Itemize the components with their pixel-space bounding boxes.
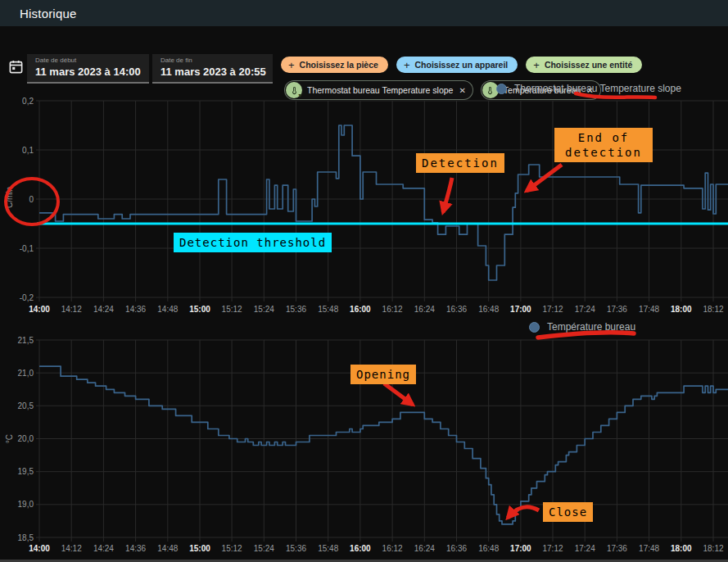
- svg-text:-0,1: -0,1: [20, 244, 34, 253]
- svg-text:17:00: 17:00: [510, 305, 531, 314]
- svg-text:15:12: 15:12: [222, 305, 242, 314]
- date-start-label: Date de début: [35, 57, 149, 65]
- detection-label: Detection: [416, 153, 504, 173]
- svg-text:14:36: 14:36: [125, 544, 146, 553]
- chevron-down-icon: ▼: [297, 93, 303, 98]
- svg-text:16:36: 16:36: [446, 544, 467, 553]
- chip-thermostat-slope[interactable]: ▼ Thermostat bureau Temperature slope ✕: [284, 80, 473, 100]
- close-icon[interactable]: ✕: [459, 86, 465, 95]
- svg-text:15:00: 15:00: [189, 305, 210, 314]
- choose-entity-label: Choisissez une entité: [545, 60, 632, 70]
- svg-text:16:48: 16:48: [478, 544, 499, 553]
- svg-text:17:24: 17:24: [575, 305, 595, 314]
- svg-text:14:00: 14:00: [29, 544, 50, 553]
- svg-text:21,0: 21,0: [18, 369, 34, 378]
- legend-dot: [529, 322, 540, 333]
- date-end-label: Date de fin: [161, 57, 273, 65]
- svg-text:0,2: 0,2: [22, 97, 34, 106]
- svg-text:15:48: 15:48: [318, 544, 338, 553]
- svg-text:14:00: 14:00: [29, 305, 50, 314]
- svg-text:14:48: 14:48: [157, 544, 178, 553]
- choose-entity-button[interactable]: + Choisissez une entité: [526, 57, 642, 73]
- page-title: Historique: [20, 7, 77, 20]
- svg-text:19,0: 19,0: [18, 500, 34, 509]
- svg-text:15:36: 15:36: [286, 305, 306, 314]
- svg-text:18:00: 18:00: [671, 544, 692, 553]
- close-label: Close: [543, 502, 593, 522]
- svg-text:16:24: 16:24: [414, 544, 435, 553]
- svg-text:18,5: 18,5: [18, 533, 34, 542]
- choose-area-button[interactable]: + Choisissez la pièce: [281, 57, 388, 73]
- svg-text:17:12: 17:12: [542, 544, 563, 553]
- svg-text:18:12: 18:12: [703, 305, 723, 314]
- legend-dot: [496, 84, 507, 94]
- svg-text:16:36: 16:36: [446, 305, 467, 314]
- svg-text:16:12: 16:12: [382, 544, 403, 553]
- svg-text:15:24: 15:24: [254, 305, 274, 314]
- svg-text:20,5: 20,5: [18, 401, 34, 410]
- svg-text:17:36: 17:36: [607, 544, 627, 553]
- svg-text:15:48: 15:48: [318, 305, 338, 314]
- choose-device-label: Choisissez un appareil: [414, 60, 508, 70]
- svg-text:15:12: 15:12: [222, 544, 242, 553]
- svg-text:16:00: 16:00: [350, 544, 371, 553]
- plus-icon: +: [533, 59, 540, 71]
- date-start-value: 11 mars 2023 à 14:00: [35, 65, 149, 79]
- plus-icon: +: [288, 59, 295, 71]
- app-header: Historique: [0, 0, 728, 26]
- y-axis-title: °C/min: [5, 187, 14, 211]
- svg-text:16:00: 16:00: [350, 305, 371, 314]
- filter-buttons: + Choisissez la pièce + Choisissez un ap…: [281, 57, 642, 73]
- svg-text:0,1: 0,1: [22, 146, 34, 155]
- legend-slope[interactable]: Thermostat bureau Temperature slope: [496, 83, 681, 94]
- svg-text:14:12: 14:12: [61, 544, 82, 553]
- svg-text:-0,2: -0,2: [20, 293, 34, 302]
- end-of-detection-label: End of detection: [554, 128, 653, 162]
- legend-label: Température bureau: [547, 321, 635, 333]
- svg-text:17:48: 17:48: [639, 544, 659, 553]
- detection-threshold-label: Detection threshold: [174, 233, 332, 252]
- svg-text:17:00: 17:00: [510, 544, 531, 553]
- legend-label: Thermostat bureau Temperature slope: [514, 83, 681, 94]
- toolbar: Date de début 11 mars 2023 à 14:00 Date …: [0, 26, 728, 79]
- svg-text:16:12: 16:12: [382, 305, 403, 314]
- svg-text:18:12: 18:12: [703, 544, 723, 553]
- choose-device-button[interactable]: + Choisissez un appareil: [396, 57, 518, 73]
- series-line: [39, 366, 728, 524]
- svg-text:0: 0: [29, 195, 34, 204]
- chip-label: Thermostat bureau Temperature slope: [307, 85, 453, 95]
- calendar-icon[interactable]: [6, 57, 25, 76]
- thermometer-icon: ▼: [286, 82, 302, 98]
- svg-text:14:24: 14:24: [93, 544, 114, 553]
- choose-area-label: Choisissez la pièce: [300, 60, 378, 70]
- svg-text:15:24: 15:24: [254, 544, 274, 553]
- svg-text:14:36: 14:36: [125, 305, 146, 314]
- svg-text:16:24: 16:24: [414, 305, 435, 314]
- date-end-value: 11 mars 2023 à 20:55: [161, 65, 273, 79]
- legend-temperature[interactable]: Température bureau: [529, 321, 635, 333]
- svg-text:17:36: 17:36: [607, 305, 627, 314]
- date-end-field[interactable]: Date de fin 11 mars 2023 à 20:55: [152, 54, 273, 84]
- svg-text:20,0: 20,0: [18, 434, 34, 443]
- svg-text:18:00: 18:00: [671, 305, 692, 314]
- svg-text:14:12: 14:12: [61, 305, 82, 314]
- svg-text:17:12: 17:12: [542, 305, 563, 314]
- svg-text:14:24: 14:24: [93, 305, 114, 314]
- date-start-field[interactable]: Date de début 11 mars 2023 à 14:00: [27, 54, 149, 84]
- svg-text:16:48: 16:48: [478, 305, 499, 314]
- svg-text:14:48: 14:48: [157, 305, 178, 314]
- svg-text:15:36: 15:36: [286, 544, 306, 553]
- svg-text:17:48: 17:48: [639, 305, 659, 314]
- plus-icon: +: [404, 59, 410, 71]
- opening-label: Opening: [350, 365, 416, 384]
- svg-text:19,5: 19,5: [18, 467, 34, 476]
- svg-text:17:24: 17:24: [575, 544, 595, 553]
- svg-text:21,5: 21,5: [18, 336, 34, 345]
- svg-text:15:00: 15:00: [189, 544, 210, 553]
- y-axis-title: °C: [5, 434, 14, 443]
